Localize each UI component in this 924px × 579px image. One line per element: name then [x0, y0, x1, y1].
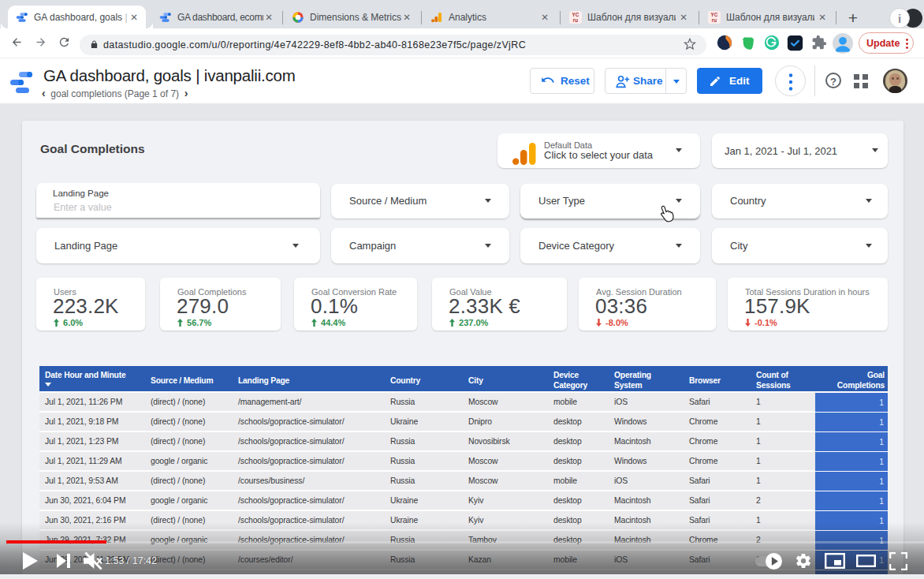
- svg-text:ru: ru: [573, 17, 578, 23]
- svg-text:ru: ru: [712, 17, 717, 23]
- svg-text:YC: YC: [711, 12, 718, 17]
- svg-text:YC: YC: [572, 12, 579, 17]
